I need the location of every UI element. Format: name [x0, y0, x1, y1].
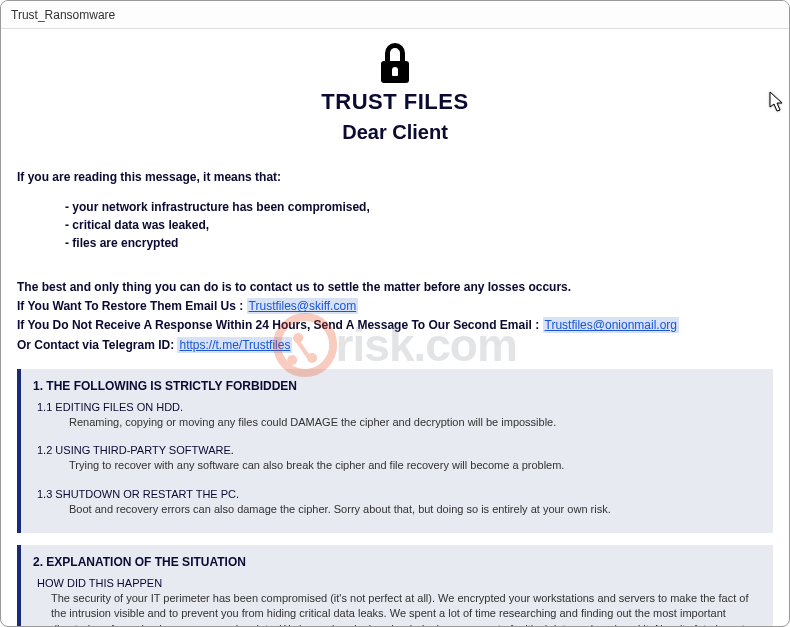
email-secondary-link[interactable]: Trustfiles@onionmail.org — [543, 317, 679, 333]
email-primary-link[interactable]: Trustfiles@skiff.com — [247, 298, 359, 314]
box-title: 1. THE FOLLOWING IS STRICTLY FORBIDDEN — [33, 379, 761, 393]
contact-label: Or Contact via Telegram ID: — [17, 338, 177, 352]
ransom-note-content: TRUST FILES Dear Client If you are readi… — [1, 29, 789, 627]
page-title: TRUST FILES — [17, 89, 773, 115]
contact-label: If You Want To Restore Them Email Us : — [17, 299, 247, 313]
subsection-body: The security of your IT perimeter has be… — [51, 591, 761, 627]
bullet-item: - critical data was leaked, — [65, 216, 773, 234]
contact-block: The best and only thing you can do is to… — [17, 278, 773, 355]
subsection-body: Renaming, copying or moving any files co… — [69, 415, 761, 430]
titlebar[interactable]: Trust_Ransomware — [1, 1, 789, 29]
contact-line-4: Or Contact via Telegram ID: https://t.me… — [17, 336, 773, 355]
subsection-body: Trying to recover with any software can … — [69, 458, 761, 473]
lock-icon — [378, 43, 412, 83]
contact-label: If You Do Not Receive A Response Within … — [17, 318, 543, 332]
page-subtitle: Dear Client — [17, 121, 773, 144]
subsection-body: Boot and recovery errors can also damage… — [69, 502, 761, 517]
subsection-heading: 1.3 SHUTDOWN OR RESTART THE PC. — [37, 488, 761, 500]
bullet-item: - files are encrypted — [65, 234, 773, 252]
subsection-heading: HOW DID THIS HAPPEN — [37, 577, 761, 589]
box-title: 2. EXPLANATION OF THE SITUATION — [33, 555, 761, 569]
subsection-heading: 1.2 USING THIRD-PARTY SOFTWARE. — [37, 444, 761, 456]
intro-line: If you are reading this message, it mean… — [17, 170, 773, 184]
forbidden-box: 1. THE FOLLOWING IS STRICTLY FORBIDDEN 1… — [17, 369, 773, 533]
telegram-link[interactable]: https://t.me/Trustfiles — [177, 337, 292, 353]
contact-line-2: If You Want To Restore Them Email Us : T… — [17, 297, 773, 316]
app-window: Trust_Ransomware TRUST FILES Dear Client… — [0, 0, 790, 627]
content-viewport[interactable]: TRUST FILES Dear Client If you are readi… — [1, 29, 789, 627]
contact-line-3: If You Do Not Receive A Response Within … — [17, 316, 773, 335]
window-title: Trust_Ransomware — [11, 8, 115, 22]
explanation-box: 2. EXPLANATION OF THE SITUATION HOW DID … — [17, 545, 773, 627]
subsection-heading: 1.1 EDITING FILES ON HDD. — [37, 401, 761, 413]
bullet-item: - your network infrastructure has been c… — [65, 198, 773, 216]
contact-line-1: The best and only thing you can do is to… — [17, 278, 773, 297]
intro-bullets: - your network infrastructure has been c… — [65, 198, 773, 252]
